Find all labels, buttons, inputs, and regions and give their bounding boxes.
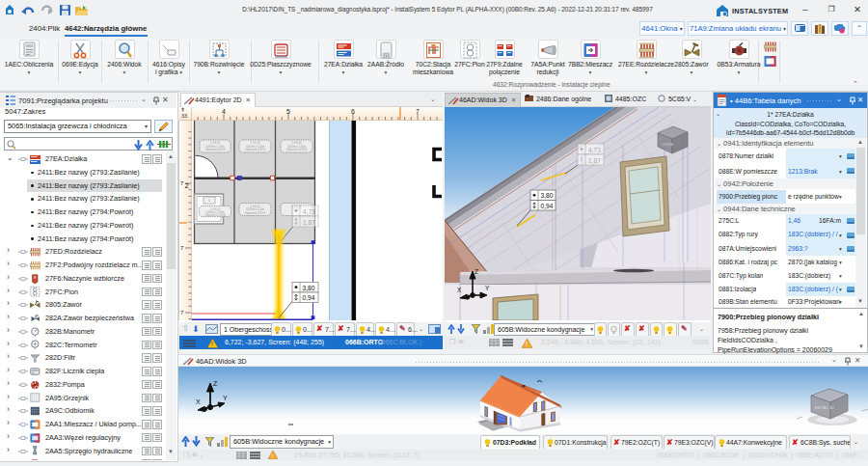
svg-text:Odpowietrz 470 l/h: Odpowietrz 470 l/h	[204, 213, 226, 217]
svg-text:Odpowietrz 470 l/h: Odpowietrz 470 l/h	[204, 148, 226, 151]
svg-text:1,87: 1,87	[588, 157, 601, 164]
svg-text:0,650m x 1,20m: 0,650m x 1,20m	[246, 145, 264, 149]
svg-text:6: 6	[351, 108, 355, 115]
svg-text:Z: Z	[475, 268, 478, 275]
svg-text:0,650m x 1,70m: 0,650m x 1,70m	[206, 145, 225, 149]
svg-text:Y: Y	[223, 395, 228, 401]
svg-text:1-OG-06: 1-OG-06	[210, 141, 221, 145]
svg-text:0,94: 0,94	[303, 294, 315, 301]
svg-text:1-OG-28: 1-OG-28	[250, 141, 260, 145]
svg-text:Y: Y	[485, 285, 490, 291]
svg-text:0,94: 0,94	[541, 203, 554, 209]
svg-text:INSTAL 3D: INSTAL 3D	[815, 405, 834, 410]
svg-text:4,73: 4,73	[303, 208, 315, 215]
svg-text:Odpowietrz 470 l/h: Odpowietrz 470 l/h	[245, 148, 266, 151]
svg-text:Odpowietrz 470 l/h: Odpowietrz 470 l/h	[286, 148, 308, 151]
svg-text:3,80: 3,80	[541, 192, 554, 199]
svg-text:4,73: 4,73	[588, 147, 601, 153]
svg-text:INSTAL: INSTAL	[663, 143, 674, 147]
svg-text:Z: Z	[213, 380, 218, 387]
svg-text:Odpowietrz 470 l/h: Odpowietrz 470 l/h	[245, 211, 266, 215]
svg-text:5: 5	[286, 108, 290, 115]
svg-text:1-OG-21: 1-OG-21	[250, 205, 260, 208]
svg-text:4: 4	[222, 108, 226, 115]
svg-text:2: 2	[185, 181, 189, 190]
svg-text:!: !	[211, 341, 213, 347]
svg-text:0,650m x 1,25m: 0,650m x 1,25m	[287, 145, 306, 149]
svg-text:!: !	[526, 341, 528, 347]
svg-text:X: X	[196, 398, 201, 405]
svg-text:X: X	[457, 287, 462, 293]
svg-text:7: 7	[416, 108, 420, 115]
svg-text:0,650m x 1,20m: 0,650m x 1,20m	[246, 207, 264, 211]
svg-text:1-OG-20: 1-OG-20	[291, 141, 302, 145]
svg-text:1,87: 1,87	[303, 219, 315, 226]
svg-text:3,80: 3,80	[303, 285, 315, 291]
